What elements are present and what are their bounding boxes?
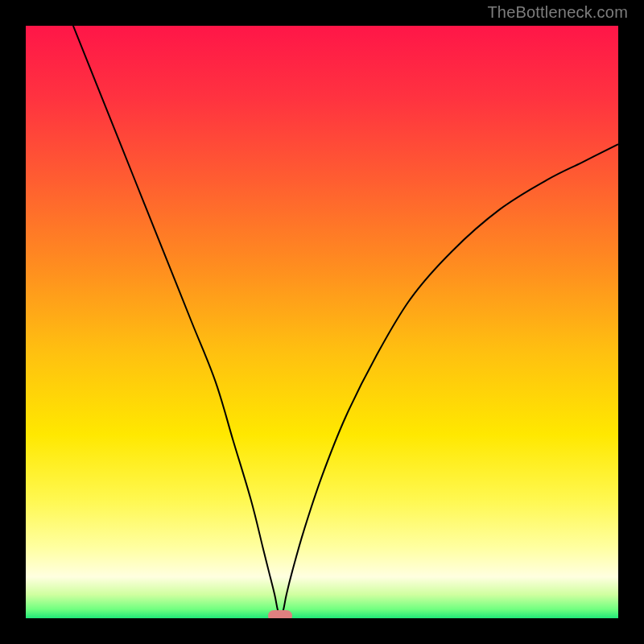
bottleneck-curve (26, 26, 618, 618)
curve-left-branch (73, 26, 281, 618)
plot-area (26, 26, 618, 618)
curve-right-branch (280, 144, 618, 618)
chart-frame: TheBottleneck.com (0, 0, 644, 644)
optimum-marker (268, 610, 292, 618)
watermark-text: TheBottleneck.com (487, 3, 628, 22)
